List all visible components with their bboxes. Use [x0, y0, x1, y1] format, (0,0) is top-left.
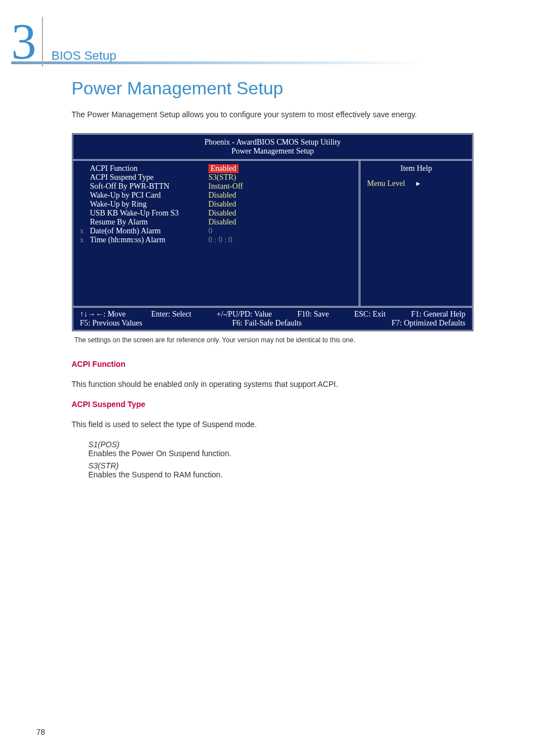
arrow-right-icon: ▸ [416, 179, 420, 188]
item-help-label: Item Help [367, 164, 465, 173]
footer-help: F1: General Help [411, 310, 465, 319]
bios-row-label: ACPI Suspend Type [80, 173, 208, 182]
heading-acpi-function: ACPI Function [72, 360, 483, 369]
bios-right-pane: Item Help Menu Level▸ [360, 161, 472, 306]
bios-footer: ↑↓→←: Move Enter: Select +/-/PU/PD: Valu… [73, 306, 472, 330]
chapter-number: 3 [11, 17, 43, 67]
bios-title: Phoenix - AwardBIOS CMOS Setup Utility P… [73, 135, 472, 161]
bios-row-label: Wake-Up by Ring [80, 200, 208, 209]
bios-row-value: Disabled [208, 191, 236, 200]
s1-text: Enables the Power On Suspend function. [88, 449, 483, 458]
s3-title: S3(STR) [88, 461, 483, 470]
bios-row-label: xDate(of Month) Alarm [80, 227, 208, 236]
bios-title-line1: Phoenix - AwardBIOS CMOS Setup Utility [73, 138, 472, 147]
s1-title: S1(POS) [88, 440, 483, 449]
bios-row-label: USB KB Wake-Up From S3 [80, 209, 208, 218]
bios-row-value: Disabled [208, 209, 236, 218]
footer-exit: ESC: Exit [354, 310, 386, 319]
bios-row-label: Resume By Alarm [80, 218, 208, 227]
bios-row-label: ACPI Function [80, 164, 208, 173]
bios-screenshot: Phoenix - AwardBIOS CMOS Setup Utility P… [72, 133, 474, 332]
footer-value: +/-/PU/PD: Value [217, 310, 272, 319]
acpi-function-text: This function should be enabled only in … [72, 380, 483, 389]
bios-row-value: 0 [208, 227, 212, 236]
screenshot-caption: The settings on the screen are for refer… [72, 336, 483, 344]
intro-paragraph: The Power Management Setup allows you to… [72, 110, 483, 119]
footer-save: F10: Save [297, 310, 329, 319]
bios-row-label: xTime (hh:mm:ss) Alarm [80, 236, 208, 245]
bios-row-label: Soft-Off By PWR-BTTN [80, 182, 208, 191]
footer-move: ↑↓→←: Move [80, 310, 126, 319]
bios-left-pane: ACPI FunctionEnabled ACPI Suspend TypeS3… [73, 161, 360, 306]
bios-row-value: 0 : 0 : 0 [208, 236, 232, 245]
bios-row-value: S3(STR) [208, 173, 236, 182]
bios-row-value: Disabled [208, 200, 236, 209]
acpi-suspend-text: This field is used to select the type of… [72, 420, 483, 429]
bios-row-value: Disabled [208, 218, 236, 227]
heading-acpi-suspend-type: ACPI Suspend Type [72, 400, 483, 409]
footer-failsafe: F6: Fail-Safe Defaults [232, 319, 302, 328]
page-number: 78 [36, 728, 45, 736]
page-title: Power Management Setup [72, 78, 483, 99]
footer-prev: F5: Previous Values [80, 319, 142, 328]
section-name: BIOS Setup [43, 21, 116, 63]
bios-row-value: Instant-Off [208, 182, 243, 191]
bios-title-line2: Power Management Setup [73, 147, 472, 156]
footer-optimized: F7: Optimized Defaults [392, 319, 465, 328]
menu-level-label: Menu Level▸ [367, 179, 465, 188]
bios-row-value: Enabled [208, 164, 239, 173]
s3-text: Enables the Suspend to RAM function. [88, 470, 483, 479]
footer-select: Enter: Select [151, 310, 191, 319]
bios-row-label: Wake-Up by PCI Card [80, 191, 208, 200]
